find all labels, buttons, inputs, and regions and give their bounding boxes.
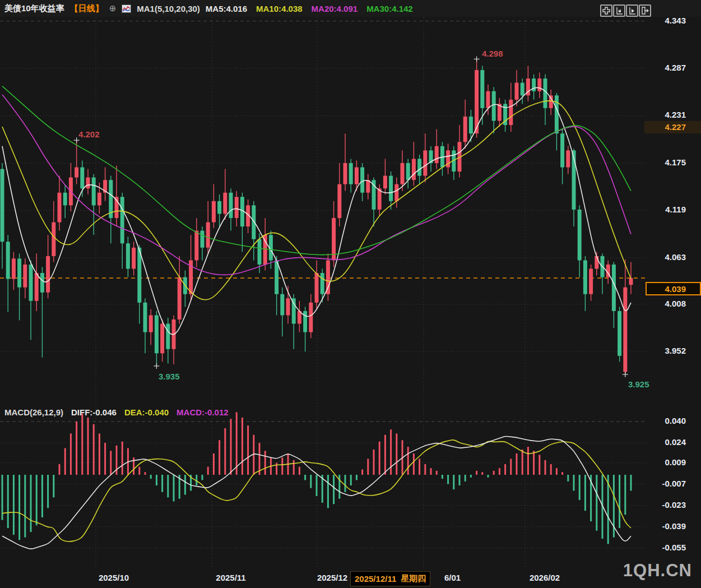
chart-header-bar: 美债10年收益率 【日线】 ⊕ MA1(5,10,20,30) MA5:4.01… bbox=[0, 0, 701, 17]
candles-layer bbox=[1, 59, 633, 374]
exit-icon bbox=[641, 7, 649, 15]
extreme-annotation: 3.935 bbox=[159, 372, 180, 381]
time-axis-label: 2025/10 bbox=[80, 573, 147, 582]
zoom-x-icon bbox=[628, 7, 636, 15]
price-axis-label: 4.175 bbox=[647, 158, 686, 167]
candle bbox=[217, 201, 221, 214]
candle bbox=[394, 184, 398, 201]
zoom-x-button[interactable] bbox=[626, 4, 638, 17]
candle bbox=[63, 193, 67, 206]
last-price-axis-badge: 4.039 bbox=[646, 282, 701, 295]
macd-axis-label: 0.024 bbox=[647, 437, 686, 447]
candle bbox=[595, 256, 598, 269]
candle bbox=[52, 223, 55, 256]
candle bbox=[389, 176, 393, 201]
crosshair-date-badge: 2025/12/11 星期四 bbox=[350, 571, 430, 586]
pan-button[interactable] bbox=[600, 4, 612, 17]
macd-axis-label: -0.007 bbox=[647, 479, 686, 488]
candle bbox=[155, 315, 159, 353]
crosshair-weekday: 星期四 bbox=[401, 573, 426, 584]
candle bbox=[303, 311, 307, 332]
candle bbox=[583, 260, 587, 294]
candle bbox=[1, 169, 4, 242]
candle bbox=[480, 70, 484, 108]
price-macd-plot[interactable] bbox=[0, 0, 701, 588]
candle bbox=[544, 78, 547, 108]
pan-icon bbox=[602, 7, 610, 15]
candle bbox=[521, 83, 524, 96]
candle bbox=[149, 315, 153, 332]
candle bbox=[618, 311, 621, 356]
candle bbox=[6, 242, 10, 279]
macd-axis-label: -0.055 bbox=[647, 543, 686, 552]
candle bbox=[80, 167, 84, 188]
candle bbox=[132, 248, 136, 269]
candle bbox=[223, 193, 227, 214]
candle bbox=[337, 184, 341, 218]
candle bbox=[29, 265, 33, 301]
ma-group-label: MA1(5,10,20,30) bbox=[137, 4, 200, 13]
candle bbox=[235, 197, 239, 218]
candle bbox=[160, 324, 164, 354]
candle bbox=[229, 193, 233, 218]
candle bbox=[629, 278, 633, 285]
candle bbox=[537, 78, 541, 91]
candle bbox=[412, 159, 416, 180]
candle bbox=[326, 260, 330, 294]
candle bbox=[355, 167, 359, 184]
zoom-y-icon bbox=[615, 7, 623, 15]
candle bbox=[12, 258, 16, 279]
candle bbox=[321, 273, 324, 294]
ma-value-label: MA5:4.016 bbox=[206, 4, 247, 13]
candle bbox=[423, 150, 427, 175]
period-tag[interactable]: 【日线】 bbox=[70, 3, 104, 14]
zoom-y-button[interactable] bbox=[613, 4, 625, 17]
prev-close-axis-badge: 4.227 bbox=[644, 121, 701, 133]
price-axis-label: 4.063 bbox=[647, 252, 686, 262]
candle bbox=[349, 163, 353, 184]
candle bbox=[58, 193, 62, 223]
candle bbox=[23, 265, 27, 288]
watermark: 1QH.CN bbox=[623, 561, 692, 581]
add-overlay-icon[interactable]: ⊕ bbox=[109, 3, 117, 13]
ma-value-label: MA10:4.038 bbox=[256, 4, 303, 13]
price-axis-label: 4.343 bbox=[647, 16, 686, 25]
ma-line-ma20 bbox=[2, 95, 631, 275]
candle bbox=[212, 201, 216, 223]
candle bbox=[92, 178, 96, 206]
candle bbox=[286, 298, 290, 315]
instrument-title: 美债10年收益率 bbox=[4, 3, 64, 14]
candle bbox=[509, 100, 513, 125]
macd-axis-label: -0.023 bbox=[647, 500, 686, 510]
candle bbox=[206, 223, 210, 248]
price-axis-label: 4.231 bbox=[647, 110, 686, 119]
price-axis-label: 4.287 bbox=[647, 63, 686, 72]
candle bbox=[515, 83, 519, 100]
candle bbox=[40, 273, 44, 293]
candle bbox=[17, 258, 21, 287]
candle bbox=[560, 133, 564, 167]
candle bbox=[623, 288, 627, 372]
candle bbox=[589, 268, 593, 294]
time-label-partial: 6/01 bbox=[444, 573, 461, 582]
candle bbox=[469, 117, 473, 133]
candle bbox=[315, 273, 319, 303]
chart-toolbar bbox=[600, 4, 651, 17]
macd-histogram bbox=[2, 412, 631, 544]
exit-button[interactable] bbox=[639, 4, 651, 17]
candle bbox=[166, 324, 170, 349]
macd-diff-value: DIFF:-0.046 bbox=[71, 408, 117, 417]
candle bbox=[292, 298, 296, 323]
chart-app: 美债10年收益率 【日线】 ⊕ MA1(5,10,20,30) MA5:4.01… bbox=[0, 0, 701, 588]
mini-chart-icon bbox=[122, 4, 131, 13]
ma-value-label: MA20:4.091 bbox=[312, 4, 358, 13]
price-axis-label: 4.008 bbox=[647, 299, 686, 308]
candle bbox=[435, 146, 439, 163]
macd-axis-label: 0.040 bbox=[647, 416, 686, 425]
candle bbox=[201, 231, 205, 248]
candle bbox=[280, 294, 284, 316]
price-axis-label: 4.119 bbox=[647, 205, 686, 214]
candle bbox=[555, 95, 559, 133]
candle bbox=[612, 265, 616, 311]
candle bbox=[35, 273, 39, 301]
